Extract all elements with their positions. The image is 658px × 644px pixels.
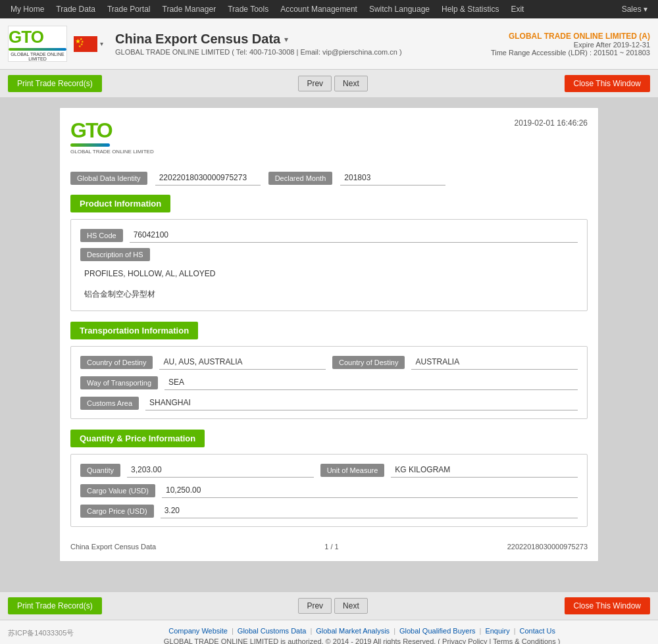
quantity-section-header: Quantity & Price Information — [70, 430, 205, 447]
nav-switch-language[interactable]: Switch Language — [364, 2, 435, 16]
footer-link-enquiry[interactable]: Enquiry — [485, 627, 509, 635]
close-button-container-top: Close This Window — [565, 75, 650, 92]
declared-month-label: Declared Month — [268, 172, 333, 185]
country-of-destiny2-value: AUSTRALIA — [411, 355, 578, 370]
header-title-block: China Export Census Data ▾ GLOBAL TRADE … — [115, 32, 402, 56]
hs-code-row: HS Code 76042100 — [80, 228, 578, 243]
footer-copyright: GLOBAL TRADE ONLINE LIMITED is authorize… — [74, 637, 650, 644]
next-button-bottom[interactable]: Next — [334, 598, 368, 614]
record-datetime: 2019-02-01 16:46:26 — [515, 118, 588, 128]
cargo-price-label: Cargo Price (USD) — [80, 505, 154, 518]
header-right: GLOBAL TRADE ONLINE LIMITED (A) Expire A… — [491, 32, 650, 57]
cargo-value-value: 10,250.00 — [162, 483, 578, 498]
prev-button-top[interactable]: Prev — [298, 76, 332, 91]
transport-section: Transportation Information Country of De… — [70, 322, 588, 419]
customs-area-value: SHANGHAI — [145, 395, 578, 410]
company-name-badge: GLOBAL TRADE ONLINE LIMITED (A) — [491, 32, 650, 41]
card-footer-record-id: 22022018030000975273 — [507, 543, 588, 551]
transport-section-header: Transportation Information — [70, 322, 198, 339]
way-of-transporting-label: Way of Transporting — [80, 376, 158, 389]
card-footer: China Export Census Data 1 / 1 220220180… — [70, 537, 588, 551]
cargo-value-label: Cargo Value (USD) — [80, 484, 155, 497]
footer-links: Company Website | Global Customs Data | … — [74, 627, 650, 635]
customs-area-label: Customs Area — [80, 397, 139, 410]
nav-trade-manager[interactable]: Trade Manager — [157, 2, 222, 16]
page-title: China Export Census Data — [115, 32, 280, 47]
cargo-price-value: 3.20 — [161, 503, 578, 518]
bottom-action-left: Print Trade Record(s) — [8, 597, 102, 614]
footer-link-qualified-buyers[interactable]: Global Qualified Buyers — [399, 627, 476, 635]
nav-trade-portal[interactable]: Trade Portal — [102, 2, 156, 16]
footer-link-global-customs[interactable]: Global Customs Data — [238, 627, 307, 635]
action-bar-center: Prev Next — [298, 76, 367, 91]
nav-exit[interactable]: Exit — [505, 2, 529, 16]
next-button-top[interactable]: Next — [334, 76, 368, 91]
time-range: Time Range Accessible (LDR) : 201501 ~ 2… — [491, 49, 650, 57]
global-data-identity-value: 22022018030000975273 — [155, 170, 261, 186]
description-value-row: PROFILES, HOLLOW, AL, ALLOYED — [80, 266, 578, 281]
expire-date: Expire After 2019-12-31 — [491, 41, 650, 49]
customs-area-row: Customs Area SHANGHAI — [80, 395, 578, 410]
nav-trade-data[interactable]: Trade Data — [51, 2, 101, 16]
header-subtitle: GLOBAL TRADE ONLINE LIMITED ( Tel: 400-7… — [115, 48, 402, 56]
card-header: GTO GLOBAL TRADE ONLINE LIMITED 2019-02-… — [70, 118, 588, 161]
hs-code-label: HS Code — [80, 229, 123, 242]
way-of-transporting-value: SEA — [164, 375, 578, 390]
card-footer-datasource: China Export Census Data — [70, 543, 156, 551]
quantity-label: Quantity — [80, 464, 120, 477]
flag-selector[interactable]: ★ ★ ★ ★ ★ ▾ — [74, 36, 103, 52]
nav-help-statistics[interactable]: Help & Statistics — [436, 2, 504, 16]
bottom-action-center: Prev Next — [298, 598, 367, 614]
hs-code-value: 76042100 — [130, 228, 578, 243]
flag-dropdown-arrow[interactable]: ▾ — [100, 40, 103, 47]
description-label: Description of HS — [80, 248, 150, 261]
nav-items-left: My Home Trade Data Trade Portal Trade Ma… — [5, 2, 529, 16]
declared-month-value: 201803 — [340, 170, 445, 186]
print-button-top[interactable]: Print Trade Record(s) — [8, 75, 102, 92]
china-flag: ★ ★ ★ ★ ★ — [74, 36, 97, 52]
nav-my-home[interactable]: My Home — [5, 2, 49, 16]
nav-sales[interactable]: Sales ▾ — [617, 2, 653, 16]
product-section: Product Information HS Code 76042100 Des… — [70, 195, 588, 311]
country-of-destiny-label: Country of Destiny — [80, 356, 153, 369]
company-logo: GTO GLOBAL TRADE ONLINE LIMITED — [8, 26, 67, 62]
nav-trade-tools[interactable]: Trade Tools — [222, 2, 274, 16]
header-bar: GTO GLOBAL TRADE ONLINE LIMITED ★ ★ ★ ★ … — [0, 18, 658, 70]
description-zh-value: 铝合金制空心异型材 — [80, 286, 159, 303]
print-button-bottom[interactable]: Print Trade Record(s) — [8, 597, 102, 614]
transport-section-body: Country of Destiny AU, AUS, AUSTRALIA Co… — [70, 346, 588, 419]
footer-link-global-market[interactable]: Global Market Analysis — [316, 627, 390, 635]
footer-link-company-website[interactable]: Company Website — [168, 627, 228, 635]
product-section-header: Product Information — [70, 195, 170, 212]
action-bar-left: Print Trade Record(s) — [8, 75, 102, 92]
header-left: GTO GLOBAL TRADE ONLINE LIMITED ★ ★ ★ ★ … — [8, 26, 402, 62]
close-button-bottom[interactable]: Close This Window — [565, 597, 650, 614]
quantity-section: Quantity & Price Information Quantity 3,… — [70, 430, 588, 527]
description-en-value: PROFILES, HOLLOW, AL, ALLOYED — [80, 266, 219, 281]
card-logo: GTO GLOBAL TRADE ONLINE LIMITED — [70, 118, 154, 155]
country-of-destiny-value: AU, AUS, AUSTRALIA — [159, 355, 326, 370]
title-dropdown-arrow[interactable]: ▾ — [284, 35, 288, 44]
close-button-container-bottom: Close This Window — [565, 597, 650, 614]
global-data-identity-label: Global Data Identity — [70, 172, 147, 185]
description-zh-row: 铝合金制空心异型材 — [80, 286, 578, 303]
close-button-top[interactable]: Close This Window — [565, 75, 650, 92]
product-section-body: HS Code 76042100 Description of HS PROFI… — [70, 219, 588, 311]
bottom-action-bar: Print Trade Record(s) Prev Next Close Th… — [0, 591, 658, 620]
footer-link-contact-us[interactable]: Contact Us — [520, 627, 555, 635]
quantity-section-body: Quantity 3,203.00 Unit of Measure KG KIL… — [70, 454, 588, 527]
card-footer-page-info: 1 / 1 — [324, 543, 338, 551]
unit-of-measure-value: KG KILOGRAM — [391, 462, 578, 478]
icp-number: 苏ICP备14033305号 — [8, 627, 74, 638]
nav-account-management[interactable]: Account Management — [275, 2, 363, 16]
description-label-row: Description of HS — [80, 248, 578, 261]
way-of-transporting-row: Way of Transporting SEA — [80, 375, 578, 390]
country-of-destiny2-label: Country of Destiny — [332, 356, 405, 369]
quantity-row: Quantity 3,203.00 Unit of Measure KG KIL… — [80, 462, 578, 478]
cargo-price-row: Cargo Price (USD) 3.20 — [80, 503, 578, 518]
record-card: GTO GLOBAL TRADE ONLINE LIMITED 2019-02-… — [59, 107, 599, 562]
cargo-value-row: Cargo Value (USD) 10,250.00 — [80, 483, 578, 498]
top-navigation: My Home Trade Data Trade Portal Trade Ma… — [0, 0, 658, 18]
main-content: GTO GLOBAL TRADE ONLINE LIMITED 2019-02-… — [0, 98, 658, 591]
prev-button-bottom[interactable]: Prev — [298, 598, 332, 614]
